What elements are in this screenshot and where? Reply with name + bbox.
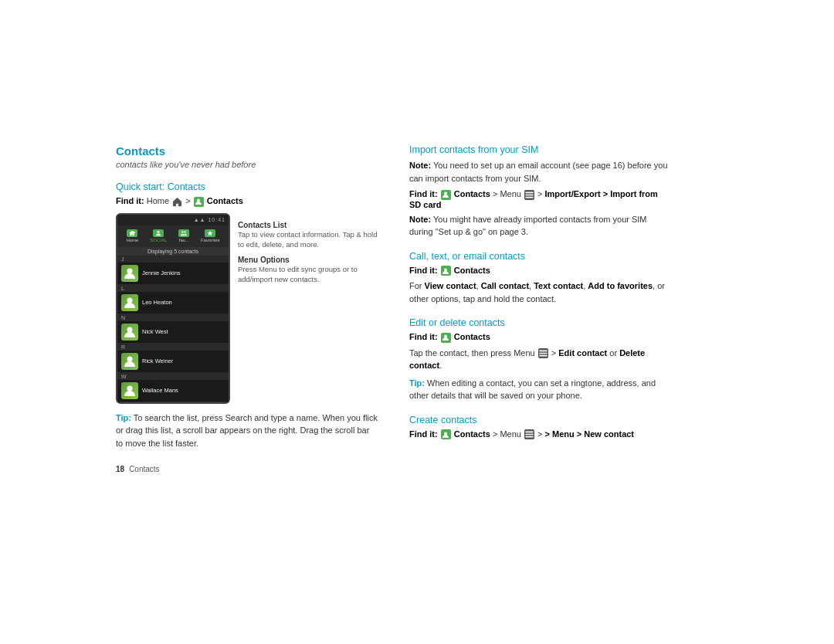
- quick-start-heading: Quick start: Contacts: [116, 181, 378, 192]
- svg-point-6: [127, 327, 133, 332]
- contacts-icon-small: [194, 197, 204, 207]
- tip1-label: Tip:: [116, 413, 131, 422]
- nav-tab-home: Home: [126, 229, 138, 242]
- annotation-contacts-list-title: Contacts List: [238, 221, 378, 229]
- quick-start-contacts-label: Contacts: [207, 196, 243, 205]
- svg-rect-19: [525, 432, 533, 433]
- right-column: Import contacts from your SIM Note: You …: [409, 144, 672, 452]
- svg-point-2: [181, 231, 183, 232]
- create-contacts-heading: Create contacts: [409, 415, 672, 425]
- call-text-body: For View contact, Call contact, Text con…: [409, 280, 672, 305]
- annotation-contacts-list-text: Tap to view contact information. Tap & h…: [238, 229, 378, 250]
- quick-start-section: Quick start: Contacts Find it: Home >: [116, 181, 378, 449]
- import-sim-heading: Import contacts from your SIM: [409, 144, 672, 155]
- svg-point-0: [197, 199, 200, 202]
- contact-row-3: Rick Weiner: [117, 351, 229, 373]
- section-j: J: [117, 256, 229, 263]
- svg-rect-15: [539, 351, 547, 352]
- phone-mockup-container: ▲▲ 10:41 Home: [116, 213, 378, 404]
- two-column-layout: Contacts contacts like you've never had …: [116, 144, 718, 473]
- section-l: L: [117, 285, 229, 292]
- import-sim-note1: Note: You need to set up an email accoun…: [409, 159, 672, 185]
- section-w: W: [117, 373, 229, 380]
- section-n: N: [117, 314, 229, 321]
- svg-rect-20: [525, 434, 533, 436]
- contact-avatar-4: [121, 382, 138, 399]
- page-number: 18: [116, 465, 124, 473]
- nav-fav-label: Favorites: [201, 238, 220, 242]
- call-contacts-label: Contacts: [454, 266, 490, 275]
- contacts-heading: Contacts: [116, 144, 378, 158]
- nav-social-label: SOCIAL: [150, 238, 167, 242]
- svg-point-18: [444, 432, 447, 435]
- contact-name-4: Wallace Mans: [142, 387, 178, 394]
- contact-name-1: Leo Heaton: [142, 299, 172, 306]
- edit-delete-tip: Tip: When editing a contact, you can set…: [409, 377, 672, 402]
- contact-row-0: Jennie Jenkins: [117, 263, 229, 285]
- import-note1-label: Note:: [409, 161, 431, 170]
- nav-home-label: Home: [126, 238, 138, 242]
- svg-rect-10: [525, 192, 533, 193]
- svg-rect-12: [525, 196, 533, 198]
- annotation-contacts-list: Contacts List Tap to view contact inform…: [238, 221, 378, 250]
- contact-row-2: Nick West: [117, 321, 229, 344]
- svg-rect-11: [525, 194, 533, 195]
- svg-rect-16: [539, 353, 547, 354]
- page-label: Contacts: [129, 465, 159, 473]
- annotation-menu-options-title: Menu Options: [238, 256, 378, 264]
- edit-contacts-label: Contacts: [454, 332, 490, 341]
- home-icon: [172, 197, 182, 207]
- menu-icon-import: [524, 190, 534, 200]
- svg-rect-21: [525, 436, 533, 438]
- contacts-icon-edit: [441, 333, 451, 343]
- svg-rect-17: [539, 355, 547, 357]
- contact-name-2: Nick West: [142, 328, 168, 335]
- phone-contacts-header: Displaying 5 contacts: [117, 247, 229, 256]
- nav-home-icon: [127, 229, 137, 237]
- annotation-box: Contacts List Tap to view contact inform…: [238, 221, 378, 285]
- nav-social-icon: [153, 229, 164, 237]
- contact-avatar-3: [121, 353, 138, 370]
- edit-delete-find-it: Find it: Contacts: [409, 332, 672, 343]
- section-r: R: [117, 344, 229, 351]
- page-footer: 18 Contacts: [116, 465, 378, 473]
- edit-tip-text: When editing a contact, you can set a ri…: [409, 378, 656, 401]
- section-call-text: Call, text, or email contacts Find it: C…: [409, 251, 672, 306]
- contacts-icon-call: [441, 266, 451, 276]
- section-contacts-title: Contacts contacts like you've never had …: [116, 144, 378, 169]
- call-text-find-it: Find it: Contacts: [409, 266, 672, 276]
- svg-point-1: [158, 231, 160, 233]
- tip1-text: Tip: To search the list, press Search an…: [116, 412, 378, 450]
- svg-point-5: [127, 297, 133, 303]
- phone-mockup: ▲▲ 10:41 Home: [116, 213, 230, 404]
- import-contacts-label: Contacts: [454, 189, 490, 198]
- tip1-body: To search the list, press Search and typ…: [116, 413, 378, 448]
- phone-body: J Jennie Jenkins L: [117, 256, 229, 402]
- svg-point-14: [444, 335, 447, 338]
- call-text-heading: Call, text, or email contacts: [409, 251, 672, 262]
- page: Contacts contacts like you've never had …: [116, 129, 718, 515]
- phone-status-bar: ▲▲ 10:41: [117, 215, 229, 225]
- svg-point-7: [127, 356, 133, 361]
- nav-tab-groups: fav...: [178, 229, 189, 242]
- svg-point-9: [444, 192, 447, 195]
- nav-groups-label: fav...: [179, 238, 189, 242]
- contact-row-4: Wallace Mans: [117, 380, 229, 402]
- import-note2-label: Note:: [409, 215, 431, 224]
- phone-contact-list: J Jennie Jenkins L: [117, 256, 229, 402]
- import-note1-text: You need to set up an email account (see…: [409, 161, 668, 183]
- edit-delete-heading: Edit or delete contacts: [409, 317, 672, 328]
- contact-row-1: Leo Heaton: [117, 292, 229, 314]
- edit-tip-label: Tip:: [409, 378, 425, 388]
- annotation-menu-options-text: Press Menu to edit sync groups or to add…: [238, 264, 378, 285]
- nav-tab-favorites: Favorites: [201, 229, 220, 242]
- quick-start-find-it: Find it: Home > Contacts: [116, 196, 378, 207]
- contacts-icon-create: [441, 429, 451, 439]
- svg-point-8: [127, 385, 133, 391]
- annotation-menu-options: Menu Options Press Menu to edit sync gro…: [238, 256, 378, 285]
- left-column: Contacts contacts like you've never had …: [116, 144, 378, 473]
- phone-nav-bar: Home SOCIAL: [117, 225, 229, 247]
- contact-avatar-0: [121, 265, 138, 282]
- create-contacts-label: Contacts: [454, 429, 490, 439]
- nav-groups-icon: [178, 229, 189, 237]
